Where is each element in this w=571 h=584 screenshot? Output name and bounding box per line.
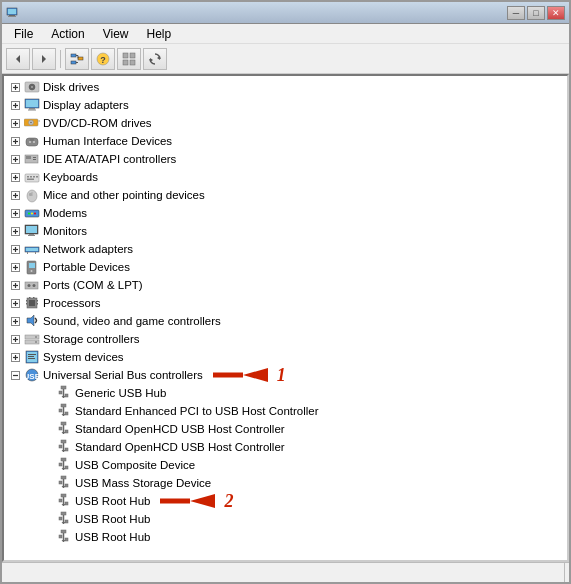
disk-drives-label: Disk drives: [43, 81, 99, 93]
tree-item-modems[interactable]: Modems: [4, 204, 567, 222]
svg-rect-16: [123, 60, 128, 65]
help-button[interactable]: ?: [91, 48, 115, 70]
svg-rect-2: [9, 15, 15, 16]
svg-marker-18: [157, 56, 160, 60]
mice-icon: [24, 187, 40, 203]
svg-rect-94: [29, 263, 35, 268]
mice-label: Mice and other pointing devices: [43, 189, 205, 201]
tree-item-usb-openhcd2[interactable]: Standard OpenHCD USB Host Controller: [4, 438, 567, 456]
human-interface-expand-icon[interactable]: [8, 134, 22, 148]
device-manager-window: ─ □ ✕ File Action View Help: [0, 0, 571, 584]
tree-item-portable[interactable]: Portable Devices: [4, 258, 567, 276]
usb-icon: USB: [24, 367, 40, 383]
mice-expand-icon[interactable]: [8, 188, 22, 202]
svg-rect-168: [61, 494, 66, 497]
svg-rect-46: [30, 138, 34, 141]
display-adapters-expand-icon[interactable]: [8, 98, 22, 112]
svg-rect-161: [65, 466, 68, 469]
svg-rect-170: [59, 499, 62, 502]
window-icon: [6, 6, 20, 20]
tree-item-monitors[interactable]: Monitors: [4, 222, 567, 240]
close-button[interactable]: ✕: [547, 6, 565, 20]
tree-item-keyboards[interactable]: Keyboards: [4, 168, 567, 186]
menu-help[interactable]: Help: [139, 25, 180, 43]
tree-item-disk-drives[interactable]: Disk drives: [4, 78, 567, 96]
dvd-rom-icon: [24, 115, 40, 131]
usb-root2-expand-icon[interactable]: [44, 512, 54, 526]
tree-item-usb-generic[interactable]: Generic USB Hub: [4, 384, 567, 402]
tree-item-mice[interactable]: Mice and other pointing devices: [4, 186, 567, 204]
maximize-button[interactable]: □: [527, 6, 545, 20]
tree-item-usb-root2[interactable]: USB Root Hub: [4, 510, 567, 528]
svg-rect-58: [27, 176, 29, 178]
back-button[interactable]: [6, 48, 30, 70]
tree-item-network[interactable]: Network adapters: [4, 240, 567, 258]
svg-rect-182: [59, 535, 62, 538]
monitors-expand-icon[interactable]: [8, 224, 22, 238]
svg-rect-82: [28, 235, 35, 236]
usb-root3-expand-icon[interactable]: [44, 530, 54, 544]
tree-item-usb-root1[interactable]: USB Root Hub 2: [4, 492, 567, 510]
forward-button[interactable]: [32, 48, 56, 70]
usb-root1-expand-icon[interactable]: [44, 494, 54, 508]
disk-drives-expand-icon[interactable]: [8, 80, 22, 94]
network-expand-icon[interactable]: [8, 242, 22, 256]
tree-item-usb-mass[interactable]: USB Mass Storage Device: [4, 474, 567, 492]
usb-composite-icon: [56, 457, 72, 473]
tree-view[interactable]: Disk drives Display adapters DVD/CD-ROM …: [2, 74, 569, 562]
dvd-rom-label: DVD/CD-ROM drives: [43, 117, 152, 129]
menu-view[interactable]: View: [95, 25, 137, 43]
svg-point-122: [35, 336, 37, 338]
tree-item-dvd-rom[interactable]: DVD/CD-ROM drives: [4, 114, 567, 132]
menu-file[interactable]: File: [6, 25, 41, 43]
refresh-button[interactable]: [143, 48, 167, 70]
tree-item-usb-composite[interactable]: USB Composite Device: [4, 456, 567, 474]
panel-button[interactable]: [117, 48, 141, 70]
human-interface-label: Human Interface Devices: [43, 135, 172, 147]
processors-expand-icon[interactable]: [8, 296, 22, 310]
portable-expand-icon[interactable]: [8, 260, 22, 274]
system-icon: [24, 349, 40, 365]
tree-button[interactable]: [65, 48, 89, 70]
portable-label: Portable Devices: [43, 261, 130, 273]
usb-generic-expand-icon[interactable]: [44, 386, 54, 400]
usb-openhcd2-expand-icon[interactable]: [44, 440, 54, 454]
tree-item-usb-openhcd1[interactable]: Standard OpenHCD USB Host Controller: [4, 420, 567, 438]
modems-expand-icon[interactable]: [8, 206, 22, 220]
storage-expand-icon[interactable]: [8, 332, 22, 346]
usb-mass-expand-icon[interactable]: [44, 476, 54, 490]
keyboards-expand-icon[interactable]: [8, 170, 22, 184]
svg-point-123: [35, 341, 37, 343]
usb-enhanced-expand-icon[interactable]: [44, 404, 54, 418]
sound-expand-icon[interactable]: [8, 314, 22, 328]
ports-expand-icon[interactable]: [8, 278, 22, 292]
svg-rect-153: [61, 440, 66, 443]
tree-item-processors[interactable]: Processors: [4, 294, 567, 312]
tree-item-ports[interactable]: Ports (COM & LPT): [4, 276, 567, 294]
tree-item-sound[interactable]: Sound, video and game controllers: [4, 312, 567, 330]
svg-rect-151: [65, 430, 68, 433]
tree-item-ide-ata[interactable]: IDE ATA/ATAPI controllers: [4, 150, 567, 168]
svg-rect-15: [130, 53, 135, 58]
dvd-rom-expand-icon[interactable]: [8, 116, 22, 130]
svg-rect-131: [28, 358, 35, 359]
svg-rect-158: [61, 458, 66, 461]
svg-rect-141: [65, 394, 68, 397]
svg-point-44: [29, 141, 31, 143]
tree-item-storage[interactable]: Storage controllers: [4, 330, 567, 348]
tree-item-human-interface[interactable]: Human Interface Devices: [4, 132, 567, 150]
minimize-button[interactable]: ─: [507, 6, 525, 20]
tree-item-display-adapters[interactable]: Display adapters: [4, 96, 567, 114]
svg-rect-143: [61, 404, 66, 407]
tree-item-system[interactable]: System devices: [4, 348, 567, 366]
tree-item-usb-root3[interactable]: USB Root Hub: [4, 528, 567, 546]
usb-openhcd1-expand-icon[interactable]: [44, 422, 54, 436]
usb-expand-icon[interactable]: [8, 368, 22, 382]
tree-item-usb-enhanced[interactable]: Standard Enhanced PCI to USB Host Contro…: [4, 402, 567, 420]
system-expand-icon[interactable]: [8, 350, 22, 364]
usb-composite-expand-icon[interactable]: [44, 458, 54, 472]
ide-ata-expand-icon[interactable]: [8, 152, 22, 166]
tree-item-usb[interactable]: USBUniversal Serial Bus controllers 1: [4, 366, 567, 384]
svg-point-100: [28, 284, 31, 287]
menu-action[interactable]: Action: [43, 25, 92, 43]
